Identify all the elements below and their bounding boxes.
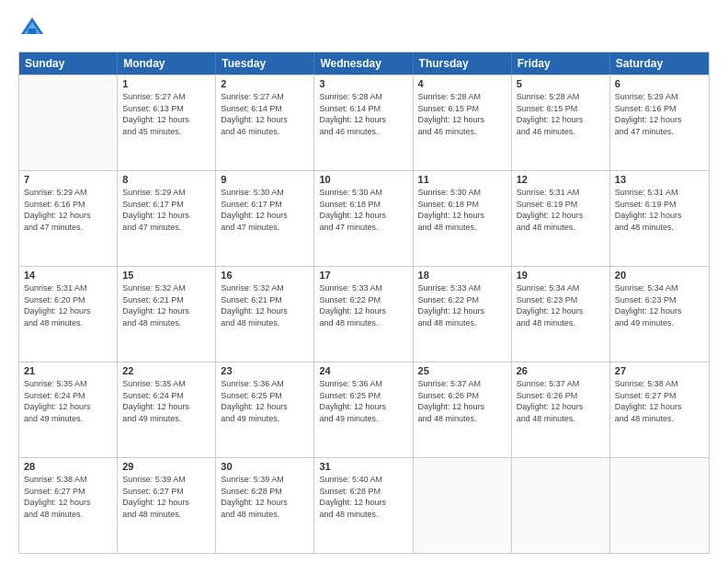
logo-icon [18,15,46,42]
calendar-weekday: Thursday [414,52,512,75]
calendar-cell: 4Sunrise: 5:28 AM Sunset: 6:15 PM Daylig… [414,75,512,170]
day-info: Sunrise: 5:40 AM Sunset: 6:28 PM Dayligh… [319,474,407,520]
day-info: Sunrise: 5:28 AM Sunset: 6:15 PM Dayligh… [517,91,605,137]
calendar-cell: 25Sunrise: 5:37 AM Sunset: 6:26 PM Dayli… [414,362,512,457]
day-number: 28 [24,461,112,472]
day-number: 22 [122,365,210,376]
calendar-weekday: Sunday [19,52,118,75]
day-info: Sunrise: 5:39 AM Sunset: 6:28 PM Dayligh… [221,474,309,520]
day-info: Sunrise: 5:33 AM Sunset: 6:22 PM Dayligh… [418,282,506,328]
calendar-weekday: Saturday [610,52,709,75]
day-info: Sunrise: 5:38 AM Sunset: 6:27 PM Dayligh… [615,378,704,424]
calendar-cell: 29Sunrise: 5:39 AM Sunset: 6:27 PM Dayli… [118,458,216,553]
day-number: 17 [319,270,407,281]
calendar-cell: 19Sunrise: 5:34 AM Sunset: 6:23 PM Dayli… [512,267,610,362]
day-number: 7 [24,174,112,185]
calendar-weekday: Monday [118,52,216,75]
day-info: Sunrise: 5:27 AM Sunset: 6:13 PM Dayligh… [122,91,210,137]
calendar-row: 1Sunrise: 5:27 AM Sunset: 6:13 PM Daylig… [19,75,709,170]
calendar-cell: 14Sunrise: 5:31 AM Sunset: 6:20 PM Dayli… [19,267,118,362]
calendar-cell: 9Sunrise: 5:30 AM Sunset: 6:17 PM Daylig… [216,171,314,266]
day-info: Sunrise: 5:29 AM Sunset: 6:16 PM Dayligh… [615,91,704,137]
day-info: Sunrise: 5:33 AM Sunset: 6:22 PM Dayligh… [319,282,407,328]
day-info: Sunrise: 5:31 AM Sunset: 6:19 PM Dayligh… [615,187,704,233]
calendar-cell: 10Sunrise: 5:30 AM Sunset: 6:18 PM Dayli… [314,171,413,266]
day-info: Sunrise: 5:32 AM Sunset: 6:21 PM Dayligh… [221,282,309,328]
day-info: Sunrise: 5:28 AM Sunset: 6:15 PM Dayligh… [418,91,506,137]
header [18,15,710,42]
calendar-weekday: Wednesday [314,52,413,75]
calendar-row: 14Sunrise: 5:31 AM Sunset: 6:20 PM Dayli… [19,266,709,362]
calendar-cell: 8Sunrise: 5:29 AM Sunset: 6:17 PM Daylig… [118,171,216,266]
calendar-cell: 30Sunrise: 5:39 AM Sunset: 6:28 PM Dayli… [216,458,314,553]
day-info: Sunrise: 5:30 AM Sunset: 6:18 PM Dayligh… [418,187,506,233]
day-info: Sunrise: 5:29 AM Sunset: 6:17 PM Dayligh… [122,187,210,233]
day-info: Sunrise: 5:31 AM Sunset: 6:19 PM Dayligh… [517,187,605,233]
day-number: 18 [418,270,506,281]
day-number: 29 [122,461,210,472]
day-info: Sunrise: 5:37 AM Sunset: 6:26 PM Dayligh… [418,378,506,424]
day-number: 16 [221,270,309,281]
calendar-row: 21Sunrise: 5:35 AM Sunset: 6:24 PM Dayli… [19,362,709,457]
day-info: Sunrise: 5:28 AM Sunset: 6:14 PM Dayligh… [319,91,407,137]
calendar-cell: 22Sunrise: 5:35 AM Sunset: 6:24 PM Dayli… [118,362,216,457]
calendar-cell: 23Sunrise: 5:36 AM Sunset: 6:25 PM Dayli… [216,362,314,457]
day-number: 23 [221,365,309,376]
day-number: 10 [319,174,407,185]
day-info: Sunrise: 5:37 AM Sunset: 6:26 PM Dayligh… [517,378,605,424]
svg-rect-2 [28,29,37,34]
calendar-cell: 27Sunrise: 5:38 AM Sunset: 6:27 PM Dayli… [610,362,709,457]
calendar-cell: 6Sunrise: 5:29 AM Sunset: 6:16 PM Daylig… [610,75,709,170]
calendar-body: 1Sunrise: 5:27 AM Sunset: 6:13 PM Daylig… [19,75,709,553]
calendar-cell: 26Sunrise: 5:37 AM Sunset: 6:26 PM Dayli… [512,362,610,457]
calendar-cell: 31Sunrise: 5:40 AM Sunset: 6:28 PM Dayli… [314,458,413,553]
day-info: Sunrise: 5:34 AM Sunset: 6:23 PM Dayligh… [615,282,704,328]
logo [18,15,50,42]
day-number: 20 [615,270,704,281]
calendar-cell: 18Sunrise: 5:33 AM Sunset: 6:22 PM Dayli… [414,267,512,362]
calendar-cell: 28Sunrise: 5:38 AM Sunset: 6:27 PM Dayli… [19,458,118,553]
day-info: Sunrise: 5:36 AM Sunset: 6:25 PM Dayligh… [319,378,407,424]
calendar-cell: 13Sunrise: 5:31 AM Sunset: 6:19 PM Dayli… [610,171,709,266]
day-number: 27 [615,365,704,376]
calendar-cell: 15Sunrise: 5:32 AM Sunset: 6:21 PM Dayli… [118,267,216,362]
day-number: 15 [122,270,210,281]
day-number: 4 [418,78,506,89]
day-info: Sunrise: 5:27 AM Sunset: 6:14 PM Dayligh… [221,91,309,137]
calendar-cell: 16Sunrise: 5:32 AM Sunset: 6:21 PM Dayli… [216,267,314,362]
day-info: Sunrise: 5:39 AM Sunset: 6:27 PM Dayligh… [122,474,210,520]
calendar-header: SundayMondayTuesdayWednesdayThursdayFrid… [19,52,709,75]
day-info: Sunrise: 5:38 AM Sunset: 6:27 PM Dayligh… [24,474,112,520]
day-info: Sunrise: 5:31 AM Sunset: 6:20 PM Dayligh… [24,282,112,328]
calendar-cell: 17Sunrise: 5:33 AM Sunset: 6:22 PM Dayli… [314,267,413,362]
day-number: 14 [24,270,112,281]
day-info: Sunrise: 5:36 AM Sunset: 6:25 PM Dayligh… [221,378,309,424]
day-number: 24 [319,365,407,376]
day-number: 3 [319,78,407,89]
calendar-cell: 1Sunrise: 5:27 AM Sunset: 6:13 PM Daylig… [118,75,216,170]
calendar-cell: 24Sunrise: 5:36 AM Sunset: 6:25 PM Dayli… [314,362,413,457]
calendar-cell: 2Sunrise: 5:27 AM Sunset: 6:14 PM Daylig… [216,75,314,170]
day-info: Sunrise: 5:34 AM Sunset: 6:23 PM Dayligh… [517,282,605,328]
day-info: Sunrise: 5:32 AM Sunset: 6:21 PM Dayligh… [122,282,210,328]
day-info: Sunrise: 5:35 AM Sunset: 6:24 PM Dayligh… [122,378,210,424]
day-number: 13 [615,174,704,185]
day-number: 25 [418,365,506,376]
calendar-cell: 7Sunrise: 5:29 AM Sunset: 6:16 PM Daylig… [19,171,118,266]
day-number: 8 [122,174,210,185]
day-number: 30 [221,461,309,472]
calendar-row: 7Sunrise: 5:29 AM Sunset: 6:16 PM Daylig… [19,170,709,266]
day-info: Sunrise: 5:35 AM Sunset: 6:24 PM Dayligh… [24,378,112,424]
calendar-cell: 21Sunrise: 5:35 AM Sunset: 6:24 PM Dayli… [19,362,118,457]
calendar-row: 28Sunrise: 5:38 AM Sunset: 6:27 PM Dayli… [19,457,709,553]
calendar-cell [610,458,709,553]
day-number: 9 [221,174,309,185]
day-number: 5 [517,78,605,89]
calendar-cell: 5Sunrise: 5:28 AM Sunset: 6:15 PM Daylig… [512,75,610,170]
calendar-cell: 11Sunrise: 5:30 AM Sunset: 6:18 PM Dayli… [414,171,512,266]
day-number: 31 [319,461,407,472]
calendar-weekday: Tuesday [216,52,314,75]
day-number: 1 [122,78,210,89]
day-number: 12 [517,174,605,185]
calendar-cell [19,75,118,170]
